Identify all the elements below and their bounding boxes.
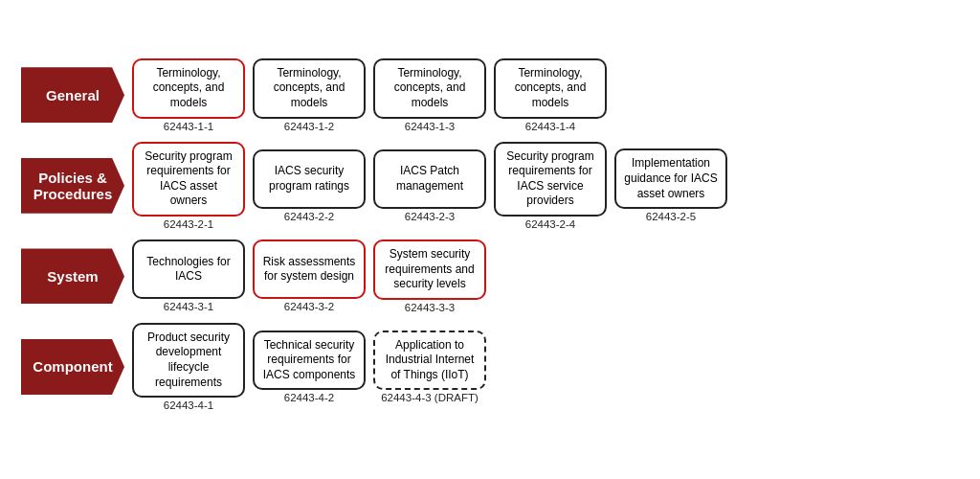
card-1-3: Security program requirements for IACS s… [494,142,607,217]
row-1: Policies & ProceduresSecurity program re… [21,142,959,230]
card-wrap-1-4: Implementation guidance for IACS asset o… [614,148,727,222]
card-wrap-1-1: IACS security program ratings62443-2-2 [253,149,366,222]
card-wrap-3-1: Technical security requirements for IACS… [253,331,366,404]
card-wrap-2-1: Risk assessments for system design62443-… [253,240,366,312]
card-code-3-1: 62443-4-2 [284,392,334,403]
card-wrap-1-3: Security program requirements for IACS s… [494,142,607,230]
card-wrap-2-2: System security requirements and securit… [373,240,486,313]
card-2-1: Risk assessments for system design [253,240,366,299]
card-1-2: IACS Patch management [373,149,486,209]
card-code-1-1: 62443-2-2 [284,211,334,222]
card-code-2-2: 62443-3-3 [405,302,455,313]
card-code-2-1: 62443-3-2 [284,301,334,312]
card-wrap-3-2: Application to Industrial Internet of Th… [373,331,486,404]
card-code-3-2: 62443-4-3 (DRAFT) [381,392,479,403]
card-code-0-0: 62443-1-1 [164,121,213,132]
card-code-0-3: 62443-1-4 [525,121,575,132]
card-wrap-0-3: Terminology, concepts, and models62443-1… [494,58,607,132]
card-0-3: Terminology, concepts, and models [494,58,607,119]
category-1: Policies & Procedures [21,158,124,214]
card-code-0-2: 62443-1-3 [405,121,455,132]
category-0: General [21,67,124,123]
card-code-3-0: 62443-4-1 [164,399,213,411]
card-3-1: Technical security requirements for IACS… [253,331,366,391]
card-wrap-0-0: Terminology, concepts, and models62443-1… [132,58,245,132]
card-code-1-0: 62443-2-1 [164,218,213,230]
card-1-1: IACS security program ratings [253,149,366,209]
card-wrap-0-1: Terminology, concepts, and models62443-1… [253,58,366,132]
card-code-0-1: 62443-1-2 [284,121,334,132]
card-2-0: Technologies for IACS [132,240,245,299]
category-2: System [21,248,124,304]
card-wrap-1-0: Security program requirements for IACS a… [132,142,245,230]
card-wrap-2-0: Technologies for IACS62443-3-1 [132,240,245,312]
card-code-2-0: 62443-3-1 [164,301,213,312]
card-3-2: Application to Industrial Internet of Th… [373,331,486,391]
row-0: GeneralTerminology, concepts, and models… [21,58,959,132]
card-0-0: Terminology, concepts, and models [132,58,245,119]
card-code-1-2: 62443-2-3 [405,211,455,222]
card-1-0: Security program requirements for IACS a… [132,142,245,217]
card-code-1-3: 62443-2-4 [525,218,575,230]
diagram: GeneralTerminology, concepts, and models… [11,49,969,430]
card-3-0: Product security development lifecycle r… [132,323,245,398]
card-wrap-3-0: Product security development lifecycle r… [132,323,245,411]
row-3: ComponentProduct security development li… [21,323,959,411]
category-3: Component [21,339,124,395]
card-2-2: System security requirements and securit… [373,240,486,300]
card-0-1: Terminology, concepts, and models [253,58,366,119]
card-0-2: Terminology, concepts, and models [373,58,486,119]
card-code-1-4: 62443-2-5 [646,211,696,222]
card-1-4: Implementation guidance for IACS asset o… [614,148,727,209]
card-wrap-0-2: Terminology, concepts, and models62443-1… [373,58,486,132]
card-wrap-1-2: IACS Patch management62443-2-3 [373,149,486,222]
row-2: SystemTechnologies for IACS62443-3-1Risk… [21,240,959,313]
